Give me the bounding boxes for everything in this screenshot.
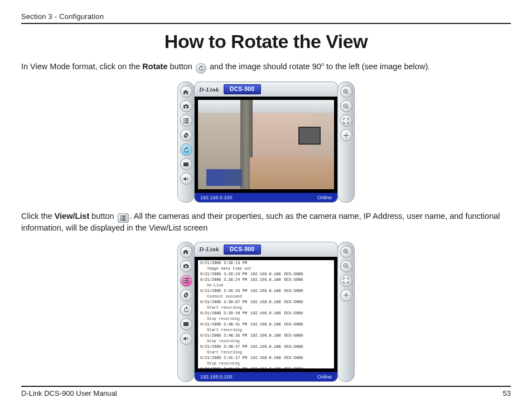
camera-image [198,100,334,189]
model-chip: DCS-900 [224,84,261,94]
right-toolbar [337,82,355,203]
zoom-fit-icon[interactable] [340,114,352,127]
audio-icon[interactable] [180,333,192,345]
ipview-app: D-Link DCS-900 192.168.0.100 Online [177,82,355,203]
zoom-in-icon[interactable] [340,246,352,258]
footer-manual: D-Link DCS-900 User Manual [21,389,117,397]
status-ip: 192.168.0.100 [200,372,233,381]
paragraph-viewlist: Click the View/List button . All the cam… [21,211,511,234]
log-msg: Stop recording [198,361,334,366]
rotate-icon [196,63,206,74]
zoom-reset-icon[interactable] [340,289,352,301]
log-row[interactable]: 6/21/2005 3:38:24 PM192.168.0.100DCS-G90… [198,271,334,277]
text: and the image should rotate 90 [210,61,321,70]
view-list-icon[interactable] [180,114,192,127]
titlebar: D-Link DCS-900 [194,82,338,97]
log-msg: Start recording [198,327,334,333]
log-msg: On-Line [198,282,334,288]
left-toolbar [177,82,195,203]
text: button [170,61,195,70]
text-bold: View/List [55,212,90,221]
log-row[interactable]: 6/21/2005 3:40:35 PM192.168.0.100DCS-G90… [198,333,334,338]
log-row[interactable]: 6/21/2005 3:38:24 PM192.168.0.100DCS-G90… [198,277,334,282]
status-text: Online [317,193,332,202]
zoom-out-icon[interactable] [340,100,352,112]
zoom-out-icon[interactable] [340,260,352,272]
model-chip: DCS-900 [224,245,261,255]
text-bold: Rotate [142,61,167,70]
status-text: Online [317,372,332,381]
section-header: Section 3 - Configuration [21,12,511,21]
camera-icon[interactable] [180,260,192,272]
log-row[interactable]: 6/21/2005 3:40:47 PM192.168.0.100DCS-G90… [198,344,334,349]
left-toolbar [177,242,195,382]
header-rule [21,23,511,24]
audio-icon[interactable] [180,173,192,185]
log-msg: Start recording [198,305,334,310]
list-screen: 6/21/2005 3:38:13 PMImage data time out6… [194,257,338,372]
status-ip: 192.168.0.100 [200,193,233,202]
zoom-fit-icon[interactable] [340,275,352,287]
text: Click the [21,212,55,221]
status-bar: 192.168.0.100 Online [194,372,338,382]
snapshot-icon[interactable] [180,318,192,330]
log-msg: Stop recording [198,338,334,344]
home-icon[interactable] [180,246,192,258]
zoom-in-icon[interactable] [340,85,352,98]
log-msg: Image data time out [198,266,334,271]
log-row[interactable]: 6/21/2005 3:41:17 PM192.168.0.100DCS-G90… [198,355,334,361]
log-row[interactable]: 6/21/2005 3:38:13 PM [198,260,334,266]
text: In View Mode format, click on the [21,61,142,70]
camera-icon[interactable] [180,100,192,112]
ipview-app-list: D-Link DCS-900 6/21/2005 3:38:13 PMImage… [177,242,355,382]
text: to the left (see image below). [324,61,430,70]
rotate-icon[interactable] [180,143,192,156]
page-title: How to Rotate the View [21,31,511,52]
home-icon[interactable] [180,85,192,98]
log-row[interactable]: 6/21/2005 3:39:07 PM192.168.0.100DCS-G90… [198,299,334,305]
config-icon[interactable] [180,289,192,301]
footer-page: 53 [503,389,511,397]
log-row[interactable]: 6/21/2005 3:41:21 PM192.168.0.100DCS-G90… [198,366,334,368]
view-list-icon [118,213,129,223]
log-msg: Connect succeed [198,294,334,299]
rotate-icon[interactable] [180,304,192,316]
log-row[interactable]: 6/21/2005 3:39:10 PM192.168.0.100DCS-G90… [198,310,334,316]
brand-logo: D-Link [199,246,219,252]
footer-rule [21,386,511,387]
text: button [91,212,116,221]
titlebar: D-Link DCS-900 [194,242,338,257]
view-list-icon[interactable] [180,275,192,287]
video-screen [194,97,338,193]
right-toolbar [337,242,355,382]
config-icon[interactable] [180,129,192,141]
log-msg: Stop recording [198,316,334,322]
brand-logo: D-Link [199,87,219,93]
paragraph-rotate: In View Mode format, click on the Rotate… [21,61,511,74]
snapshot-icon[interactable] [180,158,192,170]
event-log: 6/21/2005 3:38:13 PMImage data time out6… [198,260,334,368]
zoom-reset-icon[interactable] [340,129,352,141]
status-bar: 192.168.0.100 Online [194,193,338,203]
log-msg: Start recording [198,349,334,355]
log-row[interactable]: 6/21/2005 3:38:25 PM192.168.0.100DCS-G90… [198,288,334,294]
log-row[interactable]: 6/21/2005 3:40:31 PM192.168.0.100DCS-G90… [198,322,334,327]
